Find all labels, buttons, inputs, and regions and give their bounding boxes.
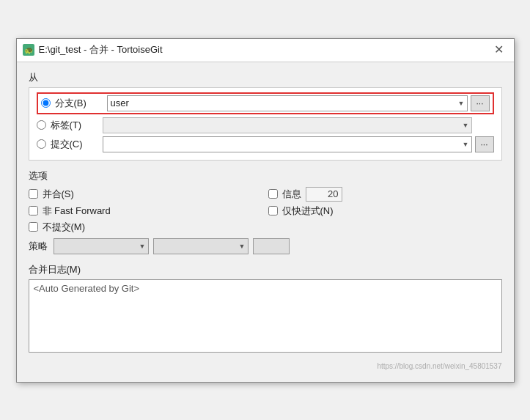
main-window: 🐢 E:\git_test - 合并 - TortoiseGit ✕ 从 分支(… bbox=[16, 38, 515, 383]
options-title: 选项 bbox=[29, 169, 502, 183]
branch-dots-button[interactable]: ··· bbox=[471, 95, 490, 111]
commit-row: 提交(C) ▼ ··· bbox=[37, 136, 494, 152]
no-fast-forward-checkbox-row: 非 Fast Forward bbox=[29, 205, 262, 218]
commit-dots-button[interactable]: ··· bbox=[475, 136, 494, 152]
strategy-select1[interactable] bbox=[54, 238, 149, 254]
tag-combo-row: ▼ ··· bbox=[103, 117, 494, 133]
info-input[interactable] bbox=[306, 187, 342, 202]
info-row: 信息 bbox=[268, 187, 502, 202]
title-bar-left: 🐢 E:\git_test - 合并 - TortoiseGit bbox=[23, 43, 163, 56]
branch-label: 分支(B) bbox=[55, 97, 103, 110]
strategy-select1-wrapper: ▼ bbox=[54, 238, 149, 254]
commit-label: 提交(C) bbox=[51, 138, 98, 151]
log-title: 合并日志(M) bbox=[29, 263, 502, 276]
strategy-select2-wrapper: ▼ bbox=[153, 238, 249, 254]
options-section: 选项 并合(S) 信息 非 Fast Forward bbox=[29, 169, 502, 254]
commit-select[interactable] bbox=[103, 136, 472, 152]
branch-radio[interactable] bbox=[41, 98, 51, 108]
no-commit-label: 不提交(M) bbox=[43, 221, 86, 234]
watermark: https://blog.csdn.net/weixin_45801537 bbox=[29, 361, 502, 370]
strategy-select2[interactable] bbox=[153, 238, 249, 254]
branch-select[interactable]: user bbox=[107, 95, 468, 111]
window-content: 从 分支(B) user ▼ ··· 标签( bbox=[17, 62, 514, 382]
info-checkbox[interactable] bbox=[268, 189, 278, 199]
from-section: 分支(B) user ▼ ··· 标签(T) bbox=[29, 87, 502, 161]
log-textarea[interactable]: <Auto Generated by Git> bbox=[29, 279, 502, 353]
commit-select-wrapper: ▼ bbox=[103, 136, 472, 152]
tag-select[interactable] bbox=[103, 117, 472, 133]
no-commit-checkbox-row: 不提交(M) bbox=[29, 221, 262, 234]
tag-row: 标签(T) ▼ ··· bbox=[37, 117, 494, 133]
no-fast-forward-checkbox[interactable] bbox=[29, 206, 38, 215]
strategy-label: 策略 bbox=[29, 240, 49, 253]
close-button[interactable]: ✕ bbox=[490, 43, 508, 57]
from-label: 从 bbox=[29, 71, 502, 84]
strategy-button[interactable] bbox=[253, 238, 290, 254]
tag-radio[interactable] bbox=[37, 120, 46, 130]
merge-checkbox-row: 并合(S) bbox=[29, 187, 262, 202]
branch-combo-row: user ▼ ··· bbox=[107, 95, 490, 111]
squash-label: 仅快进式(N) bbox=[282, 205, 334, 218]
app-icon: 🐢 bbox=[23, 44, 34, 56]
commit-combo-row: ▼ ··· bbox=[103, 136, 494, 152]
info-label: 信息 bbox=[282, 188, 301, 201]
squash-checkbox[interactable] bbox=[268, 206, 278, 215]
options-grid: 并合(S) 信息 非 Fast Forward 仅快进式(N) bbox=[29, 187, 502, 234]
tag-label: 标签(T) bbox=[51, 119, 98, 132]
no-commit-checkbox[interactable] bbox=[29, 222, 38, 232]
merge-checkbox[interactable] bbox=[29, 189, 38, 199]
log-section: 合并日志(M) <Auto Generated by Git> bbox=[29, 263, 502, 355]
tag-select-wrapper: ▼ bbox=[103, 117, 472, 133]
title-bar: 🐢 E:\git_test - 合并 - TortoiseGit ✕ bbox=[17, 39, 514, 62]
window-title: E:\git_test - 合并 - TortoiseGit bbox=[39, 43, 163, 56]
commit-radio[interactable] bbox=[37, 139, 46, 149]
squash-checkbox-row: 仅快进式(N) bbox=[268, 205, 502, 218]
no-fast-forward-label: 非 Fast Forward bbox=[43, 205, 111, 218]
branch-row: 分支(B) user ▼ ··· bbox=[37, 92, 494, 114]
merge-label: 并合(S) bbox=[43, 188, 74, 201]
branch-select-wrapper: user ▼ bbox=[107, 95, 468, 111]
strategy-row: 策略 ▼ ▼ bbox=[29, 238, 502, 254]
